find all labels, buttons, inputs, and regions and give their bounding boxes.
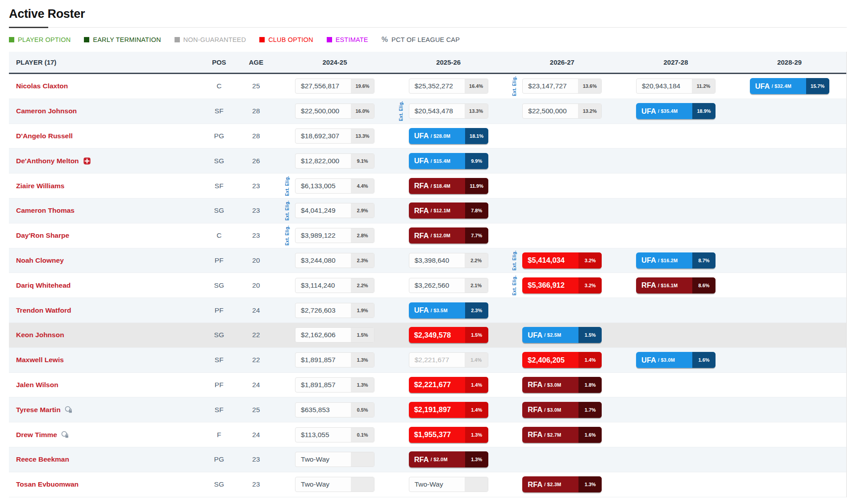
salary-cell: $2,726,6031.9% — [295, 303, 374, 318]
guaranteed-lock-icon — [65, 406, 72, 413]
player-cell: Noah Clowney — [9, 256, 204, 264]
legend-label: NON-GUARANTEED — [183, 36, 246, 43]
player-name-link[interactable]: Tyrese Martin — [16, 406, 61, 414]
salary-cell: $18,692,30713.3% — [295, 128, 374, 144]
player-name-link[interactable]: Maxwell Lewis — [16, 356, 64, 364]
age-cell: 23 — [234, 182, 278, 190]
player-name-link[interactable]: Reece Beekman — [16, 455, 69, 463]
pct-of-cap: 1.3% — [465, 451, 488, 467]
salary-cell: $6,133,0054.4% — [295, 178, 374, 194]
table-row: Noah ClowneyPF20$3,244,0802.3%$3,398,640… — [9, 248, 846, 273]
player-cell: Jalen Wilson — [9, 381, 204, 389]
age-cell: 25 — [234, 406, 278, 414]
pct-of-cap: 8.6% — [692, 277, 716, 293]
age-cell: 23 — [234, 480, 278, 488]
player-name-link[interactable]: Drew Timme — [16, 431, 57, 439]
player-name-link[interactable]: Dariq Whitehead — [16, 281, 71, 289]
ext-elig-label: Ext. Elig. — [399, 101, 404, 121]
pct-of-cap: 1.9% — [351, 303, 374, 318]
pct-of-cap: 2.2% — [465, 253, 488, 268]
legend-item: %PCT OF LEAGUE CAP — [382, 36, 460, 44]
column-header: 2027-28 — [619, 58, 733, 66]
player-name-link[interactable]: De'Anthony Melton — [16, 157, 79, 165]
player-name-link[interactable]: Nicolas Claxton — [16, 82, 68, 90]
pct-of-cap: 7.8% — [465, 202, 488, 219]
ext-elig-label: Ext. Elig. — [512, 275, 517, 295]
salary-cell: $3,114,2402.2% — [295, 278, 374, 293]
player-name-link[interactable]: Jalen Wilson — [16, 381, 58, 389]
ufa-badge: UFA$3.5M2.3% — [409, 302, 488, 318]
roster-table: PLAYER (17)POSAGE2024-252025-262026-2720… — [9, 52, 847, 497]
club-option-cell: $2,349,5781.5% — [409, 327, 488, 343]
year-cell: $1,891,8571.3% — [278, 377, 392, 392]
year-cell: $27,556,81719.6% — [278, 78, 392, 94]
player-name-link[interactable]: Cameron Thomas — [16, 207, 75, 215]
pct-of-cap: 9.9% — [465, 153, 488, 169]
table-row: Keon JohnsonSG22$2,162,6061.5%$2,349,578… — [9, 323, 846, 348]
year-cell: Ext. Elig.$4,041,2492.9% — [278, 203, 392, 218]
year-cell: $1,891,8571.3% — [278, 352, 392, 368]
salary-cell: $1,891,8571.3% — [295, 352, 374, 368]
year-cell: UFA$32.4M15.7% — [732, 78, 846, 94]
column-header: 2028-29 — [732, 58, 846, 66]
age-cell: 20 — [234, 256, 278, 264]
pct-of-cap — [465, 477, 488, 492]
rfa-badge: RFA$18.4M11.9% — [409, 178, 488, 194]
ufa-badge: UFA$15.4M9.9% — [409, 153, 488, 169]
player-name-link[interactable]: Tosan Evbuomwan — [16, 480, 79, 488]
age-cell: 26 — [234, 157, 278, 165]
player-cell: Cameron Johnson — [9, 107, 204, 115]
pos-cell: PG — [204, 455, 234, 463]
table-row: Nicolas ClaxtonC25$27,556,81719.6%$25,35… — [9, 74, 846, 99]
age-cell: 23 — [234, 207, 278, 215]
pct-of-cap: 18.9% — [692, 103, 716, 119]
salary-cell: $23,147,72713.6% — [522, 78, 602, 94]
year-cell: Ext. Elig.$6,133,0054.4% — [278, 178, 392, 194]
salary-cell: $20,943,18411.2% — [636, 78, 716, 94]
table-row: Maxwell LewisSF22$1,891,8571.3%$2,221,67… — [9, 348, 846, 373]
club-option-cell: $5,414,0343.2% — [522, 252, 602, 269]
age-cell: 24 — [234, 306, 278, 314]
salary-cell: $1,891,8571.3% — [295, 377, 374, 392]
pct-of-cap: 1.5% — [351, 328, 374, 342]
player-cell: Trendon Watford — [9, 306, 204, 314]
age-cell: 23 — [234, 231, 278, 240]
pos-cell: PF — [204, 306, 234, 314]
table-row: Reece BeekmanPG23Two-WayRFA$2.0M1.3% — [9, 447, 846, 472]
player-name-link[interactable]: D'Angelo Russell — [16, 132, 73, 140]
pct-of-cap: 16.4% — [465, 79, 488, 93]
legend-item: ESTIMATE — [327, 36, 368, 43]
rfa-badge: RFA$12.0M7.7% — [409, 227, 488, 244]
pos-cell: SF — [204, 107, 234, 115]
rfa-badge: RFA$2.0M1.3% — [409, 451, 488, 467]
pct-of-cap: 13.3% — [465, 104, 488, 118]
column-header: 2026-27 — [505, 58, 619, 66]
year-cell: $3,398,6402.2% — [391, 253, 505, 268]
player-name-link[interactable]: Noah Clowney — [16, 256, 64, 264]
player-name-link[interactable]: Day'Ron Sharpe — [16, 231, 69, 240]
pos-cell: C — [204, 82, 234, 90]
ufa-badge: UFA$28.0M18.1% — [409, 128, 488, 144]
ufa-badge: UFA$32.4M15.7% — [750, 78, 829, 94]
pct-of-cap: 1.8% — [578, 377, 602, 393]
player-name-link[interactable]: Cameron Johnson — [16, 107, 77, 115]
pct-of-cap: 1.7% — [578, 402, 602, 418]
pos-cell: SG — [204, 331, 234, 339]
column-header: 2024-25 — [278, 58, 392, 66]
player-name-link[interactable]: Ziaire Williams — [16, 182, 64, 190]
pct-of-cap: 1.3% — [351, 353, 374, 367]
pct-of-cap: 2.8% — [351, 228, 374, 243]
pos-cell: C — [204, 231, 234, 240]
player-name-link[interactable]: Keon Johnson — [16, 331, 64, 339]
legend-swatch — [84, 37, 89, 42]
ufa-badge: UFA$2.5M1.5% — [522, 327, 602, 343]
year-cell: $20,943,18411.2% — [619, 78, 733, 94]
page-title: Active Roster — [9, 7, 847, 21]
pct-of-cap: 1.3% — [351, 378, 374, 392]
year-cell: Ext. Elig.$3,989,1222.8% — [278, 228, 392, 243]
pct-of-cap: 0.1% — [351, 428, 374, 442]
player-name-link[interactable]: Trendon Watford — [16, 306, 71, 314]
title-divider — [9, 27, 847, 28]
player-cell: Tyrese Martin — [9, 406, 204, 414]
age-cell: 22 — [234, 356, 278, 364]
